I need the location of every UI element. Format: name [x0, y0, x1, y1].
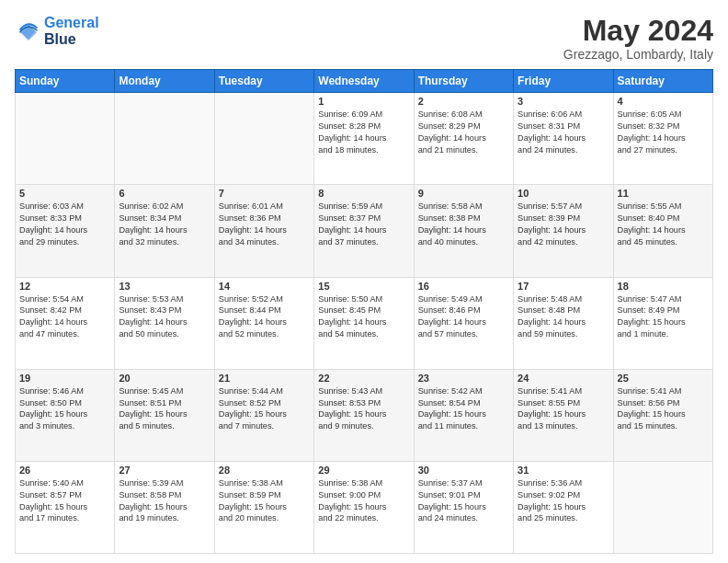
day-info: Sunrise: 5:50 AM Sunset: 8:45 PM Dayligh… [318, 293, 409, 341]
day-number: 8 [318, 188, 409, 199]
table-row: 20Sunrise: 5:45 AM Sunset: 8:51 PM Dayli… [115, 369, 214, 461]
day-info: Sunrise: 5:39 AM Sunset: 8:58 PM Dayligh… [119, 477, 210, 525]
day-number: 23 [418, 373, 509, 384]
table-row: 21Sunrise: 5:44 AM Sunset: 8:52 PM Dayli… [214, 369, 313, 461]
day-number: 26 [19, 465, 110, 476]
table-row: 13Sunrise: 5:53 AM Sunset: 8:43 PM Dayli… [115, 277, 214, 369]
day-number: 31 [518, 465, 609, 476]
table-row: 25Sunrise: 5:41 AM Sunset: 8:56 PM Dayli… [613, 369, 712, 461]
day-number: 20 [119, 373, 210, 384]
col-thursday: Thursday [414, 70, 513, 93]
table-row: 3Sunrise: 6:06 AM Sunset: 8:31 PM Daylig… [514, 93, 613, 185]
day-info: Sunrise: 6:09 AM Sunset: 8:28 PM Dayligh… [318, 109, 409, 156]
day-number: 10 [518, 188, 609, 199]
table-row: 7Sunrise: 6:01 AM Sunset: 8:36 PM Daylig… [214, 185, 313, 277]
day-number: 22 [318, 373, 409, 384]
table-row: 27Sunrise: 5:39 AM Sunset: 8:58 PM Dayli… [115, 461, 214, 553]
col-friday: Friday [514, 70, 613, 93]
day-number: 25 [618, 373, 709, 384]
table-row: 22Sunrise: 5:43 AM Sunset: 8:53 PM Dayli… [314, 369, 414, 461]
table-row: 18Sunrise: 5:47 AM Sunset: 8:49 PM Dayli… [613, 277, 712, 369]
calendar-table: Sunday Monday Tuesday Wednesday Thursday… [15, 69, 713, 554]
logo-text: General Blue [44, 15, 99, 48]
calendar-header-row: Sunday Monday Tuesday Wednesday Thursday… [16, 70, 713, 93]
day-number: 19 [19, 373, 110, 384]
table-row: 31Sunrise: 5:36 AM Sunset: 9:02 PM Dayli… [514, 461, 613, 553]
logo: General Blue [15, 15, 99, 48]
day-number: 2 [418, 96, 509, 107]
day-number: 5 [19, 188, 110, 199]
table-row: 17Sunrise: 5:48 AM Sunset: 8:48 PM Dayli… [514, 277, 613, 369]
day-number: 21 [219, 373, 310, 384]
day-info: Sunrise: 5:41 AM Sunset: 8:55 PM Dayligh… [518, 385, 609, 433]
logo-icon [15, 18, 40, 44]
table-row: 26Sunrise: 5:40 AM Sunset: 8:57 PM Dayli… [16, 461, 115, 553]
table-row [613, 461, 712, 553]
day-info: Sunrise: 5:59 AM Sunset: 8:37 PM Dayligh… [318, 201, 409, 248]
day-number: 13 [119, 281, 210, 292]
day-info: Sunrise: 5:58 AM Sunset: 8:38 PM Dayligh… [418, 201, 509, 248]
day-number: 14 [219, 281, 310, 292]
month-title: May 2024 [563, 15, 713, 47]
day-info: Sunrise: 5:42 AM Sunset: 8:54 PM Dayligh… [418, 385, 509, 433]
day-info: Sunrise: 5:47 AM Sunset: 8:49 PM Dayligh… [618, 293, 709, 341]
day-info: Sunrise: 5:38 AM Sunset: 9:00 PM Dayligh… [318, 477, 409, 525]
day-info: Sunrise: 5:53 AM Sunset: 8:43 PM Dayligh… [119, 293, 210, 341]
day-info: Sunrise: 5:52 AM Sunset: 8:44 PM Dayligh… [219, 293, 310, 341]
table-row [16, 93, 115, 185]
col-monday: Monday [115, 70, 214, 93]
day-info: Sunrise: 5:38 AM Sunset: 8:59 PM Dayligh… [219, 477, 310, 525]
col-tuesday: Tuesday [214, 70, 313, 93]
day-number: 1 [318, 96, 409, 107]
day-number: 27 [119, 465, 210, 476]
day-number: 17 [518, 281, 609, 292]
day-info: Sunrise: 6:05 AM Sunset: 8:32 PM Dayligh… [618, 109, 709, 156]
day-info: Sunrise: 5:40 AM Sunset: 8:57 PM Dayligh… [19, 477, 110, 525]
week-row-2: 12Sunrise: 5:54 AM Sunset: 8:42 PM Dayli… [16, 277, 713, 369]
page: General Blue May 2024 Grezzago, Lombardy… [0, 0, 728, 563]
day-info: Sunrise: 6:02 AM Sunset: 8:34 PM Dayligh… [119, 201, 210, 248]
day-info: Sunrise: 6:06 AM Sunset: 8:31 PM Dayligh… [518, 109, 609, 156]
table-row: 9Sunrise: 5:58 AM Sunset: 8:38 PM Daylig… [414, 185, 513, 277]
table-row: 29Sunrise: 5:38 AM Sunset: 9:00 PM Dayli… [314, 461, 414, 553]
title-block: May 2024 Grezzago, Lombardy, Italy [563, 15, 713, 62]
table-row: 11Sunrise: 5:55 AM Sunset: 8:40 PM Dayli… [613, 185, 712, 277]
day-info: Sunrise: 5:44 AM Sunset: 8:52 PM Dayligh… [219, 385, 310, 433]
table-row: 4Sunrise: 6:05 AM Sunset: 8:32 PM Daylig… [613, 93, 712, 185]
table-row: 2Sunrise: 6:08 AM Sunset: 8:29 PM Daylig… [414, 93, 513, 185]
table-row: 1Sunrise: 6:09 AM Sunset: 8:28 PM Daylig… [314, 93, 414, 185]
day-info: Sunrise: 5:49 AM Sunset: 8:46 PM Dayligh… [418, 293, 509, 341]
table-row: 24Sunrise: 5:41 AM Sunset: 8:55 PM Dayli… [514, 369, 613, 461]
day-info: Sunrise: 5:37 AM Sunset: 9:01 PM Dayligh… [418, 477, 509, 525]
day-number: 15 [318, 281, 409, 292]
day-number: 3 [518, 96, 609, 107]
table-row: 14Sunrise: 5:52 AM Sunset: 8:44 PM Dayli… [214, 277, 313, 369]
table-row: 12Sunrise: 5:54 AM Sunset: 8:42 PM Dayli… [16, 277, 115, 369]
day-number: 29 [318, 465, 409, 476]
day-number: 18 [618, 281, 709, 292]
day-number: 9 [418, 188, 509, 199]
week-row-4: 26Sunrise: 5:40 AM Sunset: 8:57 PM Dayli… [16, 461, 713, 553]
day-number: 12 [19, 281, 110, 292]
table-row: 10Sunrise: 5:57 AM Sunset: 8:39 PM Dayli… [514, 185, 613, 277]
day-info: Sunrise: 5:41 AM Sunset: 8:56 PM Dayligh… [618, 385, 709, 433]
day-number: 6 [119, 188, 210, 199]
day-info: Sunrise: 6:03 AM Sunset: 8:33 PM Dayligh… [19, 201, 110, 248]
day-info: Sunrise: 5:43 AM Sunset: 8:53 PM Dayligh… [318, 385, 409, 433]
day-number: 7 [219, 188, 310, 199]
col-wednesday: Wednesday [314, 70, 414, 93]
day-info: Sunrise: 5:36 AM Sunset: 9:02 PM Dayligh… [518, 477, 609, 525]
week-row-1: 5Sunrise: 6:03 AM Sunset: 8:33 PM Daylig… [16, 185, 713, 277]
week-row-3: 19Sunrise: 5:46 AM Sunset: 8:50 PM Dayli… [16, 369, 713, 461]
table-row: 28Sunrise: 5:38 AM Sunset: 8:59 PM Dayli… [214, 461, 313, 553]
day-info: Sunrise: 6:01 AM Sunset: 8:36 PM Dayligh… [219, 201, 310, 248]
table-row: 15Sunrise: 5:50 AM Sunset: 8:45 PM Dayli… [314, 277, 414, 369]
table-row [115, 93, 214, 185]
day-number: 4 [618, 96, 709, 107]
day-number: 28 [219, 465, 310, 476]
table-row: 30Sunrise: 5:37 AM Sunset: 9:01 PM Dayli… [414, 461, 513, 553]
day-number: 24 [518, 373, 609, 384]
day-number: 30 [418, 465, 509, 476]
header: General Blue May 2024 Grezzago, Lombardy… [15, 15, 713, 62]
table-row: 23Sunrise: 5:42 AM Sunset: 8:54 PM Dayli… [414, 369, 513, 461]
